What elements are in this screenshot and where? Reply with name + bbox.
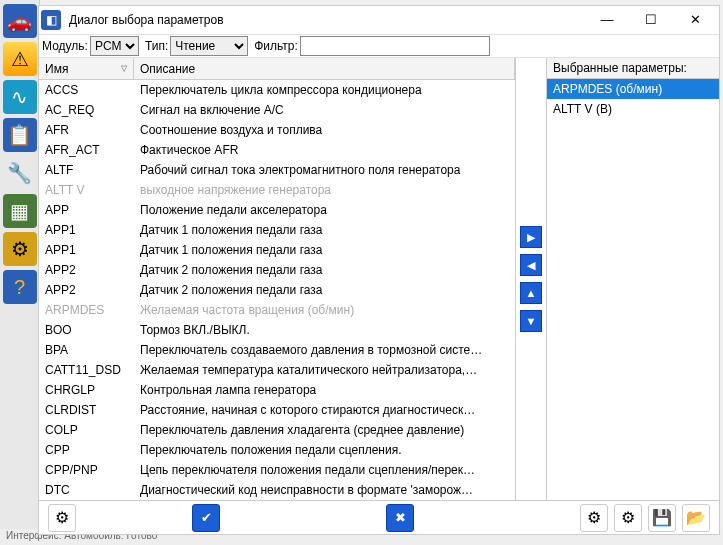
rows-container[interactable]: ACCSПереключатель цикла компрессора конд… xyxy=(39,80,515,500)
save-button[interactable]: 💾 xyxy=(648,504,676,532)
table-row[interactable]: CPP/PNPЦепь переключателя положения педа… xyxy=(39,460,515,480)
sidebar-gear-icon[interactable]: ⚙ xyxy=(3,232,37,266)
table-row[interactable]: ALTFРабочий сигнал тока электромагнитног… xyxy=(39,160,515,180)
row-name: APP1 xyxy=(39,243,134,257)
row-name: AFR xyxy=(39,123,134,137)
remove-button[interactable]: ◀ xyxy=(520,254,542,276)
footer: ⚙ ✔ ✖ ⚙ ⚙ 💾 📂 xyxy=(39,500,719,534)
row-desc: Сигнал на включение A/C xyxy=(134,103,515,117)
row-desc: Диагностический код неисправности в форм… xyxy=(134,483,515,497)
column-desc[interactable]: Описание xyxy=(134,58,515,79)
module-label: Модуль: xyxy=(42,39,88,53)
toolbar: Модуль: PCM Тип: Чтение Фильтр: xyxy=(39,34,719,58)
move-up-button[interactable]: ▲ xyxy=(520,282,542,304)
row-desc: Тормоз ВКЛ./ВЫКЛ. xyxy=(134,323,515,337)
table-row[interactable]: ALTT Vвыходное напряжение генератора xyxy=(39,180,515,200)
table-header: Имя ▽ Описание xyxy=(39,58,515,80)
sidebar-list-icon[interactable]: 📋 xyxy=(3,118,37,152)
row-name: BPA xyxy=(39,343,134,357)
table-row[interactable]: APP2Датчик 2 положения педали газа xyxy=(39,260,515,280)
table-row[interactable]: APP1Датчик 1 положения педали газа xyxy=(39,240,515,260)
table-row[interactable]: COLPПереключатель давления хладагента (с… xyxy=(39,420,515,440)
selected-item[interactable]: ARPMDES (об/мин) xyxy=(547,79,719,99)
table-row[interactable]: APP1Датчик 1 положения педали газа xyxy=(39,220,515,240)
selected-item[interactable]: ALTT V (В) xyxy=(547,99,719,119)
row-desc: Переключатель создаваемого давления в то… xyxy=(134,343,515,357)
available-params-panel: Имя ▽ Описание ACCSПереключатель цикла к… xyxy=(39,58,516,500)
row-desc: Датчик 1 положения педали газа xyxy=(134,223,515,237)
minimize-button[interactable]: — xyxy=(585,7,629,33)
settings-button[interactable]: ⚙ xyxy=(48,504,76,532)
selected-settings2-button[interactable]: ⚙ xyxy=(614,504,642,532)
selected-settings-button[interactable]: ⚙ xyxy=(580,504,608,532)
app-icon: ◧ xyxy=(41,10,61,30)
table-row[interactable]: CLRDISTРасстояние, начиная с которого ст… xyxy=(39,400,515,420)
check-icon: ✔ xyxy=(201,510,212,525)
app-sidebar: 🚗 ⚠ ∿ 📋 🔧 ▦ ⚙ ? xyxy=(0,0,40,545)
row-desc: Рабочий сигнал тока электромагнитного по… xyxy=(134,163,515,177)
row-name: ALTT V xyxy=(39,183,134,197)
row-desc: Переключатель цикла компрессора кондицио… xyxy=(134,83,515,97)
table-row[interactable]: BOOТормоз ВКЛ./ВЫКЛ. xyxy=(39,320,515,340)
x-icon: ✖ xyxy=(395,510,406,525)
row-name: CPP xyxy=(39,443,134,457)
clear-button[interactable]: ✖ xyxy=(386,504,414,532)
row-desc: Датчик 2 положения педали газа xyxy=(134,263,515,277)
module-select[interactable]: PCM xyxy=(90,36,139,56)
table-row[interactable]: CHRGLPКонтрольная лампа генератора xyxy=(39,380,515,400)
row-desc: Цепь переключателя положения педали сцеп… xyxy=(134,463,515,477)
sidebar-warning-icon[interactable]: ⚠ xyxy=(3,42,37,76)
row-desc: Переключатель давления хладагента (средн… xyxy=(134,423,515,437)
sidebar-chip-icon[interactable]: ▦ xyxy=(3,194,37,228)
row-name: CLRDIST xyxy=(39,403,134,417)
titlebar: ◧ Диалог выбора параметров — ☐ ✕ xyxy=(39,6,719,34)
row-desc: Желаемая температура каталитического ней… xyxy=(134,363,515,377)
row-desc: Фактическое AFR xyxy=(134,143,515,157)
table-row[interactable]: CPPПереключатель положения педали сцепле… xyxy=(39,440,515,460)
table-row[interactable]: AC_REQСигнал на включение A/C xyxy=(39,100,515,120)
filter-input[interactable] xyxy=(300,36,490,56)
row-desc: Датчик 2 положения педали газа xyxy=(134,283,515,297)
check-all-button[interactable]: ✔ xyxy=(192,504,220,532)
sort-icon: ▽ xyxy=(121,64,127,73)
transfer-buttons: ▶ ◀ ▲ ▼ xyxy=(516,58,546,500)
save-icon: 💾 xyxy=(652,508,672,527)
table-row[interactable]: APP2Датчик 2 положения педали газа xyxy=(39,280,515,300)
table-row[interactable]: CATT11_DSDЖелаемая температура каталитич… xyxy=(39,360,515,380)
gear-icon: ⚙ xyxy=(55,508,69,527)
maximize-button[interactable]: ☐ xyxy=(629,7,673,33)
move-down-button[interactable]: ▼ xyxy=(520,310,542,332)
row-name: APP1 xyxy=(39,223,134,237)
sidebar-car-icon[interactable]: 🚗 xyxy=(3,4,37,38)
row-desc: Расстояние, начиная с которого стираются… xyxy=(134,403,515,417)
open-icon: 📂 xyxy=(686,508,706,527)
sidebar-help-icon[interactable]: ? xyxy=(3,270,37,304)
row-desc: Датчик 1 положения педали газа xyxy=(134,243,515,257)
selected-params-panel: Выбранные параметры: ARPMDES (об/мин)ALT… xyxy=(546,58,719,500)
add-button[interactable]: ▶ xyxy=(520,226,542,248)
table-row[interactable]: AFRСоотношение воздуха и топлива xyxy=(39,120,515,140)
gear-icon: ⚙ xyxy=(587,508,601,527)
table-row[interactable]: ARPMDESЖелаемая частота вращения (об/мин… xyxy=(39,300,515,320)
close-button[interactable]: ✕ xyxy=(673,7,717,33)
sidebar-wave-icon[interactable]: ∿ xyxy=(3,80,37,114)
parameter-dialog: ◧ Диалог выбора параметров — ☐ ✕ Модуль:… xyxy=(38,5,720,535)
filter-label: Фильтр: xyxy=(254,39,298,53)
window-title: Диалог выбора параметров xyxy=(69,13,585,27)
column-name[interactable]: Имя ▽ xyxy=(39,58,134,79)
row-name: APP2 xyxy=(39,263,134,277)
row-name: CPP/PNP xyxy=(39,463,134,477)
sidebar-tool-icon[interactable]: 🔧 xyxy=(3,156,37,190)
table-row[interactable]: ACCSПереключатель цикла компрессора конд… xyxy=(39,80,515,100)
table-row[interactable]: BPAПереключатель создаваемого давления в… xyxy=(39,340,515,360)
open-button[interactable]: 📂 xyxy=(682,504,710,532)
row-desc: Положение педали акселератора xyxy=(134,203,515,217)
selected-items-container[interactable]: ARPMDES (об/мин)ALTT V (В) xyxy=(547,79,719,500)
table-row[interactable]: AFR_ACTФактическое AFR xyxy=(39,140,515,160)
row-desc: Соотношение воздуха и топлива xyxy=(134,123,515,137)
row-name: BOO xyxy=(39,323,134,337)
type-select[interactable]: Чтение xyxy=(170,36,248,56)
row-desc: Желаемая частота вращения (об/мин) xyxy=(134,303,515,317)
table-row[interactable]: DTCДиагностический код неисправности в ф… xyxy=(39,480,515,500)
table-row[interactable]: APPПоложение педали акселератора xyxy=(39,200,515,220)
